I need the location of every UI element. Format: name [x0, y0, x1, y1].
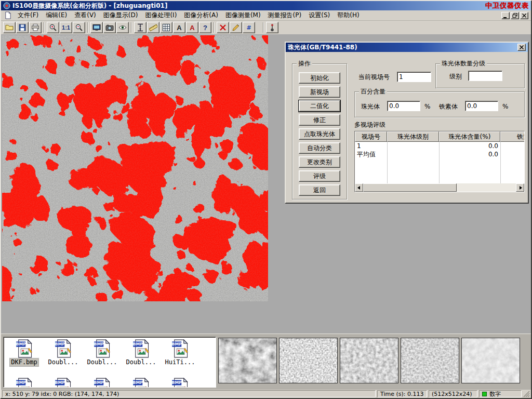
file-item[interactable] — [5, 378, 44, 388]
scroll-left-button[interactable] — [355, 183, 363, 192]
open-button[interactable] — [3, 22, 16, 33]
col-ferrite[interactable]: 铁素体 — [500, 131, 525, 142]
zoom-out-button[interactable] — [73, 22, 85, 33]
thumbnail-image[interactable] — [218, 338, 277, 383]
open-icon — [5, 23, 14, 32]
bmp-file-icon — [54, 378, 73, 388]
menu-item-measure-report[interactable]: 测量报告(P) — [264, 10, 305, 21]
col-pearlite-level[interactable]: 珠光体级别 — [387, 131, 439, 142]
save-icon — [18, 23, 26, 32]
font-button[interactable]: A — [186, 22, 198, 33]
dialog-close-button[interactable] — [517, 44, 526, 51]
new-field-button[interactable]: 新视场 — [299, 86, 340, 98]
binarize-button[interactable]: 二值化 — [299, 100, 340, 112]
font-icon: A — [190, 24, 194, 31]
ruler-icon — [149, 23, 157, 32]
file-item[interactable] — [83, 378, 122, 388]
actual-size-button[interactable]: 1:1 — [60, 22, 72, 33]
cursor-status: x: 510 y: 79 idx: 0 RGB: (174, 174, 174) — [2, 390, 376, 397]
grading-group-label: 珠光体数量分级 — [440, 60, 487, 67]
help-button[interactable]: ? — [199, 22, 211, 33]
document-system-icon[interactable] — [4, 11, 12, 19]
scroll-right-button[interactable] — [516, 183, 524, 192]
mdi-close-button[interactable] — [520, 12, 528, 19]
return-button[interactable]: 返回 — [299, 184, 340, 196]
count-button[interactable]: # — [243, 22, 255, 33]
file-item[interactable] — [161, 378, 200, 388]
menu-item-image-display[interactable]: 图像显示(D) — [100, 10, 142, 21]
title-bar[interactable]: IS100显微摄像系统(金相分析版) - [zhuguangti01] 中卫仪器… — [1, 1, 531, 10]
mdi-minimize-button[interactable] — [501, 12, 510, 19]
toolbar-separator — [44, 22, 45, 33]
file-item[interactable] — [44, 378, 83, 388]
thumbnail-image[interactable] — [461, 338, 520, 383]
save-button[interactable] — [16, 22, 29, 33]
level-input[interactable] — [468, 71, 502, 81]
file-item[interactable] — [122, 378, 161, 388]
file-row-partial — [5, 378, 200, 388]
mdi-restore-button[interactable] — [511, 12, 519, 19]
file-item[interactable]: Doubl... — [122, 339, 161, 366]
menu-item-image-process[interactable]: 图像处理(I) — [141, 10, 180, 21]
file-item[interactable]: DKF.bmp — [5, 339, 44, 366]
menu-item-file[interactable]: 文件(F) — [14, 10, 42, 21]
menu-item-image-analysis[interactable]: 图像分析(A) — [180, 10, 222, 21]
file-item[interactable]: Doubl... — [83, 339, 122, 366]
pearlite-percent-input[interactable] — [387, 101, 420, 111]
rating-table-label: 多视场评级 — [354, 119, 385, 130]
preview-button[interactable] — [116, 22, 129, 33]
init-button[interactable]: 初始化 — [299, 72, 340, 84]
menu-item-edit[interactable]: 编辑(E) — [42, 10, 71, 21]
ferrite-percent-input[interactable] — [465, 101, 498, 111]
thumbnail-image[interactable] — [401, 338, 459, 383]
cell-field-no: 平均值 — [357, 150, 386, 158]
table-hscrollbar[interactable] — [355, 183, 524, 192]
dialog-title-bar[interactable]: 珠光体(GB/T9441-88) — [286, 43, 528, 52]
capture-icon — [92, 23, 101, 32]
bmp-file-icon — [54, 339, 73, 358]
ruler-button[interactable] — [147, 22, 159, 33]
thumbnail-image[interactable] — [340, 338, 398, 383]
table-row[interactable]: 平均值 0.0 — [355, 150, 525, 158]
auto-classify-button[interactable]: 自动分类 — [299, 142, 340, 154]
table-row[interactable]: 1 0.0 — [355, 142, 525, 150]
caliper-button[interactable] — [134, 22, 147, 33]
rating-table[interactable]: 视场号 珠光体级别 珠光体含量(%) 铁素体 1 0.0 — [354, 131, 525, 192]
dialog-title: 珠光体(GB/T9441-88) — [288, 43, 357, 52]
file-item[interactable]: Doubl... — [44, 339, 83, 366]
menu-item-help[interactable]: 帮助(H) — [334, 10, 363, 21]
change-class-button[interactable]: 更改类别 — [299, 156, 340, 168]
resize-grip-icon[interactable] — [523, 391, 530, 397]
probe-button[interactable] — [266, 22, 278, 33]
print-button[interactable] — [29, 22, 42, 33]
menu-item-settings[interactable]: 设置(S) — [305, 10, 334, 21]
menu-item-image-measure[interactable]: 图像测量(M) — [222, 10, 264, 21]
pick-pearlite-button[interactable]: 点取珠光体 — [299, 128, 340, 140]
file-item[interactable]: HuiTi... — [161, 339, 200, 366]
text-button[interactable]: A — [173, 22, 185, 33]
camera-button[interactable] — [103, 22, 116, 33]
current-field-input[interactable] — [397, 72, 431, 82]
grid-button[interactable] — [160, 22, 172, 33]
thumbnail-image[interactable] — [279, 338, 338, 383]
pearlite-label: 珠光体 — [361, 101, 380, 112]
percent-group-label: 百分含量 — [359, 88, 387, 95]
col-field-no[interactable]: 视场号 — [355, 131, 387, 142]
capture-button[interactable] — [90, 22, 103, 33]
scrollbar-thumb[interactable] — [363, 183, 457, 192]
annotate-button[interactable] — [230, 22, 242, 33]
dialog-body: 操作 初始化 新视场 二值化 修正 点取珠光体 自动分类 更改类别 评级 返回 … — [286, 52, 528, 203]
toolbar-separator — [131, 22, 132, 33]
delete-button[interactable] — [217, 22, 229, 33]
rate-button[interactable]: 评级 — [299, 170, 340, 182]
pearlite-dialog[interactable]: 珠光体(GB/T9441-88) 操作 初始化 新视场 二值化 修正 点取珠光体… — [285, 42, 529, 204]
col-pearlite-content[interactable]: 珠光体含量(%) — [439, 131, 500, 142]
micrograph-image[interactable] — [2, 35, 268, 301]
menu-item-view[interactable]: 查看(V) — [71, 10, 100, 21]
correct-button[interactable]: 修正 — [299, 114, 340, 126]
file-row: DKF.bmp Doubl... Doubl... Doubl... HuiTi… — [5, 339, 200, 366]
file-browser[interactable]: DKF.bmp Doubl... Doubl... Doubl... HuiTi… — [3, 337, 216, 388]
app-icon — [3, 2, 10, 9]
bmp-file-icon — [15, 378, 34, 388]
zoom-in-button[interactable] — [47, 22, 59, 33]
